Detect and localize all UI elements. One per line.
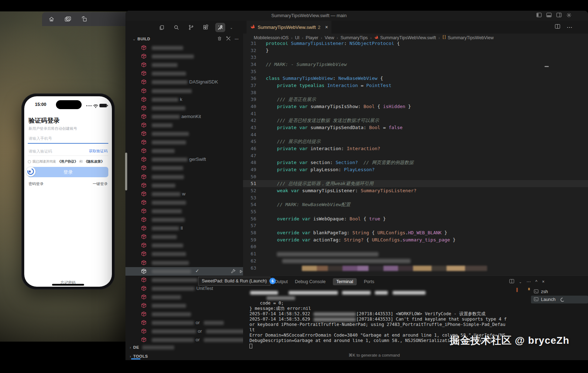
code-line[interactable]: 45 /// 展示的总结提示 <box>243 138 588 145</box>
build-item[interactable] <box>125 233 243 241</box>
sidebar-section-tools[interactable]: ›TOOLS <box>125 352 243 360</box>
build-item[interactable] <box>125 241 243 250</box>
code-line[interactable]: 57 <box>243 222 588 229</box>
code-editor[interactable]: 31protocol SummaryTipsListener: NSObject… <box>243 42 588 275</box>
build-item[interactable] <box>125 259 243 267</box>
build-section-header[interactable]: ⌄ BUILD ⋯ <box>125 35 243 43</box>
breadcrumb-item[interactable]: SummaryTips <box>340 35 368 40</box>
panel-tab-debug-console[interactable]: Debug Console <box>295 278 326 285</box>
get-code-link[interactable]: 获取验证码 <box>89 149 108 154</box>
build-item[interactable]: DASignalSDK <box>125 78 243 86</box>
build-item[interactable] <box>125 198 243 207</box>
code-line[interactable]: 31protocol SummaryTipsListener: NSObject… <box>243 42 588 47</box>
code-line[interactable]: 55 <box>243 208 588 215</box>
build-item[interactable] <box>125 52 243 61</box>
code-line[interactable]: 49 private var playLesson: PlayLesson? <box>243 166 588 173</box>
verification-code-input[interactable]: 请输入验证码 <box>29 149 52 154</box>
code-line[interactable]: 35 <box>243 68 588 75</box>
code-line[interactable]: 42 /// 是否已经发送过数据 发送过数据才可以展示 <box>243 117 588 124</box>
build-item[interactable]: w <box>125 190 243 198</box>
build-item[interactable] <box>125 69 243 78</box>
code-line[interactable]: 54 // MARK: NewBaseWebView配置 <box>243 201 588 208</box>
agreement-checkbox[interactable] <box>28 160 31 163</box>
panel-tab-terminal[interactable]: Terminal <box>333 278 357 285</box>
split-editor-icon[interactable] <box>555 24 560 31</box>
build-item-selected[interactable]: ✓ <box>125 267 243 276</box>
one-tap-login-link[interactable]: 一键登录 <box>93 182 108 186</box>
build-item[interactable]: k <box>125 95 243 104</box>
build-item[interactable] <box>125 301 243 310</box>
code-line[interactable]: 51 /// 总结提示监听器，使用weak避免循环引用 <box>243 180 588 187</box>
extensions-icon[interactable] <box>201 23 211 32</box>
home-indicator[interactable] <box>52 284 84 286</box>
terminal-session-zsh[interactable]: zsh <box>531 288 588 296</box>
toggle-sidebar-icon[interactable] <box>536 12 542 19</box>
code-line[interactable]: 53 <box>243 194 588 201</box>
trash-icon[interactable] <box>217 36 222 42</box>
code-line[interactable]: 40 private var summaryTipsIsShow: Bool {… <box>243 103 588 110</box>
code-line[interactable]: 56 override var isWebOpaque: Bool { true… <box>243 215 588 223</box>
chevron-down-icon[interactable]: ⌄ <box>519 280 522 284</box>
phone-number-input[interactable]: 请输入手机号 <box>29 136 52 141</box>
terminal-session-launch[interactable]: Launch <box>531 296 588 303</box>
privacy-link[interactable]: 《隐私政策》 <box>84 159 104 164</box>
terms-link[interactable]: 《用户协议》 <box>58 159 78 164</box>
code-line[interactable]: 43 private var summaryTipsSendData: Bool… <box>243 124 588 131</box>
rotate-icon[interactable] <box>81 16 87 22</box>
build-item[interactable] <box>125 215 243 224</box>
build-item[interactable] <box>125 207 243 215</box>
build-item[interactable] <box>125 61 243 69</box>
code-line[interactable]: 37 private typealias Interaction = Point… <box>243 82 588 89</box>
tab-summarytipswebview[interactable]: SummaryTipsWebView.swift 2 × <box>247 21 331 34</box>
customize-layout-icon[interactable] <box>566 12 572 19</box>
more-actions-icon[interactable]: ⋯ <box>526 279 531 284</box>
breadcrumb-item[interactable]: UI <box>295 35 300 40</box>
build-item[interactable] <box>125 164 243 172</box>
breadcrumb-item[interactable]: Player <box>306 35 318 40</box>
build-item[interactable]: or <box>125 318 243 327</box>
panel-tab-ports[interactable]: Ports <box>364 278 374 285</box>
code-line[interactable]: 39 /// 是否正在展示 <box>243 96 588 103</box>
tools-icon[interactable] <box>226 36 231 42</box>
screenshot-icon[interactable] <box>65 16 71 22</box>
build-item[interactable]: or <box>125 327 243 336</box>
login-button[interactable]: 登录 <box>28 167 108 177</box>
build-item[interactable] <box>125 293 243 301</box>
build-item[interactable] <box>125 104 243 112</box>
build-item[interactable] <box>125 310 243 318</box>
code-line[interactable]: 38 <box>243 89 588 96</box>
build-item[interactable] <box>125 87 243 95</box>
code-line[interactable]: 59 override var actionTag: String? { URL… <box>243 236 588 244</box>
toggle-secondary-sidebar-icon[interactable] <box>556 12 562 19</box>
code-line[interactable]: 58 override var blankPageTag: String { U… <box>243 229 588 236</box>
breadcrumb-item[interactable]: SummaryTipsWebView <box>442 35 494 40</box>
breadcrumb-item[interactable]: Mobilelesson-iOS <box>254 35 289 40</box>
build-item[interactable] <box>125 147 243 155</box>
split-terminal-icon[interactable] <box>509 279 514 285</box>
git-branch-icon[interactable] <box>186 23 196 32</box>
code-line[interactable]: 61 <box>243 250 588 257</box>
password-login-link[interactable]: 密码登录 <box>29 182 43 186</box>
code-line[interactable]: 48 private var section: Section? // 网页需要… <box>243 159 588 166</box>
breadcrumb-item[interactable]: SummaryTipsWebView.swift <box>374 35 436 41</box>
panel-tab-output[interactable]: Output <box>274 278 288 285</box>
build-item[interactable] <box>125 181 243 190</box>
build-item[interactable]: or <box>125 336 243 344</box>
build-item[interactable] <box>125 129 243 138</box>
code-line[interactable]: 44 <box>243 131 588 138</box>
build-item[interactable] <box>125 138 243 147</box>
code-line[interactable]: 52 weak var summaryTipsListener: Summary… <box>243 187 588 194</box>
sweetpad-icon[interactable] <box>215 23 225 32</box>
code-line[interactable]: 60 <box>243 243 588 250</box>
scrollbar-pill[interactable] <box>125 153 127 190</box>
build-item[interactable]: gerSwift <box>125 155 243 164</box>
chevron-down-icon[interactable]: ⌄ <box>230 26 233 30</box>
code-line[interactable]: 36class SummaryTipsWebView: NewBaseWebVi… <box>243 75 588 82</box>
close-panel-icon[interactable]: × <box>542 279 545 284</box>
code-line[interactable]: 34// MARK: - SummaryTipsWebView <box>243 61 588 68</box>
maximize-panel-icon[interactable]: ^ <box>535 279 537 284</box>
code-line[interactable]: 33 <box>243 54 588 61</box>
wrench-icon[interactable] <box>231 269 236 275</box>
build-item[interactable] <box>125 173 243 181</box>
code-line[interactable]: 50 <box>243 173 588 180</box>
